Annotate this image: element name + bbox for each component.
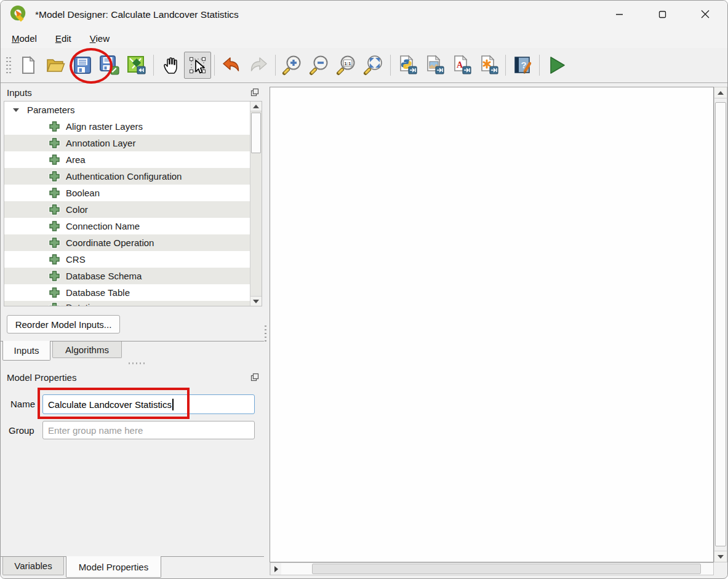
redo-button[interactable] [245, 52, 272, 79]
inputs-panel-float-button[interactable] [249, 87, 260, 98]
toolbar-drag-handle[interactable] [5, 55, 11, 76]
zoom-in-icon [281, 54, 303, 76]
toolbar: 1:1 [1, 48, 727, 83]
zoom-in-button[interactable] [279, 52, 306, 79]
green-plus-icon [49, 302, 60, 306]
tab-variables[interactable]: Variables [2, 557, 64, 575]
tree-rows: Parameters Align raster Layers [4, 102, 250, 306]
triangle-down-icon [718, 555, 724, 559]
group-label: Group [9, 425, 34, 436]
scroll-right-button[interactable] [270, 563, 281, 575]
tree-item[interactable]: Authentication Configuration [4, 168, 250, 185]
menu-view[interactable]: View [90, 33, 110, 44]
model-name-value: Calculate Landcover Statistics [48, 399, 172, 410]
green-plus-icon [49, 204, 60, 215]
tree-item[interactable]: CRS [4, 251, 250, 268]
tab-inputs[interactable]: Inputs [2, 341, 50, 361]
save-floppy-icon [73, 55, 92, 75]
run-model-button[interactable] [543, 52, 570, 79]
green-plus-icon [49, 254, 60, 265]
maximize-button[interactable] [648, 4, 676, 24]
green-plus-icon [49, 121, 60, 132]
tree-item[interactable]: Annotation Layer [4, 135, 250, 151]
undo-button[interactable] [218, 52, 245, 79]
scroll-up-button[interactable] [714, 87, 727, 98]
model-canvas[interactable] [270, 87, 714, 562]
model-name-input[interactable]: Calculate Landcover Statistics [42, 394, 255, 414]
tree-group-parameters[interactable]: Parameters [4, 102, 250, 118]
section-splitter-handle[interactable] [127, 362, 146, 364]
minimize-button[interactable] [605, 4, 633, 24]
inputs-panel-title: Inputs [7, 87, 32, 98]
green-plus-icon [49, 154, 60, 166]
triangle-up-icon [253, 105, 259, 108]
tree-item[interactable]: Connection Name [4, 218, 250, 234]
horizontal-scrollbar-thumb[interactable] [312, 564, 701, 574]
tree-items: Align raster Layers Annotation Layer [4, 118, 250, 301]
tree-item[interactable]: Align raster Layers [4, 118, 250, 135]
tree-item[interactable]: Database Table [4, 284, 250, 301]
export-as-svg-button[interactable] [475, 52, 502, 79]
tree-item[interactable]: Area [4, 151, 250, 168]
save-as-floppy-pencil-icon [99, 55, 120, 76]
tab-model-properties[interactable]: Model Properties [66, 556, 161, 578]
green-plus-icon [49, 237, 60, 249]
save-model-button[interactable] [69, 52, 96, 79]
green-plus-icon [49, 220, 60, 232]
tree-item-partial[interactable]: Datetime [4, 301, 250, 306]
pan-tool-button[interactable] [157, 52, 184, 79]
toolbar-separator [390, 55, 391, 76]
edit-model-help-button[interactable]: ? [509, 52, 536, 79]
triangle-down-icon [253, 300, 259, 303]
zoom-full-button[interactable] [360, 52, 387, 79]
vertical-scrollbar-thumb[interactable] [715, 102, 726, 546]
green-plus-icon [49, 170, 60, 182]
zoom-out-button[interactable] [306, 52, 333, 79]
scroll-down-button[interactable] [250, 296, 262, 306]
export-as-pdf-button[interactable]: A [448, 52, 475, 79]
tree-scrollbar[interactable] [250, 102, 262, 306]
select-tool-button[interactable] [184, 52, 211, 79]
float-panel-icon [250, 372, 260, 382]
tab-algorithms[interactable]: Algorithms [52, 341, 122, 358]
menu-edit[interactable]: Edit [55, 33, 71, 44]
model-properties-float-button[interactable] [249, 372, 260, 383]
select-cursor-icon [187, 55, 208, 76]
green-plus-icon [49, 270, 60, 282]
new-document-icon [18, 55, 38, 75]
zoom-actual-size-button[interactable]: 1:1 [333, 52, 360, 79]
toolbar-separator [153, 55, 154, 76]
model-designer-window: *Model Designer: Calculate Landcover Sta… [0, 0, 728, 579]
menu-model[interactable]: Model [12, 33, 37, 44]
canvas-horizontal-scrollbar[interactable] [270, 562, 714, 575]
green-plus-icon [49, 187, 60, 199]
open-model-from-project-button[interactable] [123, 52, 150, 79]
zoom-full-icon [362, 54, 385, 76]
tree-item[interactable]: Coordinate Operation [4, 234, 250, 251]
dock-tab-bar-bottom: Variables Model Properties [1, 556, 264, 579]
toolbar-separator [275, 55, 276, 76]
undo-arrow-icon [221, 55, 242, 76]
canvas-vertical-scrollbar[interactable] [714, 87, 727, 562]
scroll-down-button[interactable] [714, 551, 727, 562]
close-button[interactable] [691, 4, 719, 24]
tree-scrollbar-thumb[interactable] [251, 113, 261, 153]
dock-splitter-handle[interactable] [265, 324, 266, 343]
python-export-icon [397, 55, 418, 76]
scrollbar-corner [714, 562, 727, 575]
open-model-button[interactable] [42, 52, 69, 79]
window-title: *Model Designer: Calculate Landcover Sta… [35, 1, 239, 28]
save-model-as-button[interactable] [96, 52, 123, 79]
title-bar: *Model Designer: Calculate Landcover Sta… [1, 1, 727, 28]
model-group-input[interactable] [48, 421, 254, 439]
export-as-python-button[interactable] [394, 52, 421, 79]
zoom-out-icon [308, 54, 330, 76]
tree-item[interactable]: Boolean [4, 185, 250, 201]
tree-item[interactable]: Color [4, 201, 250, 218]
reorder-model-inputs-button[interactable]: Reorder Model Inputs... [7, 315, 120, 333]
new-model-button[interactable] [15, 52, 42, 79]
green-plus-icon [49, 287, 60, 298]
export-as-image-button[interactable] [421, 52, 448, 79]
tree-item[interactable]: Database Schema [4, 268, 250, 284]
scroll-up-button[interactable] [250, 102, 262, 111]
